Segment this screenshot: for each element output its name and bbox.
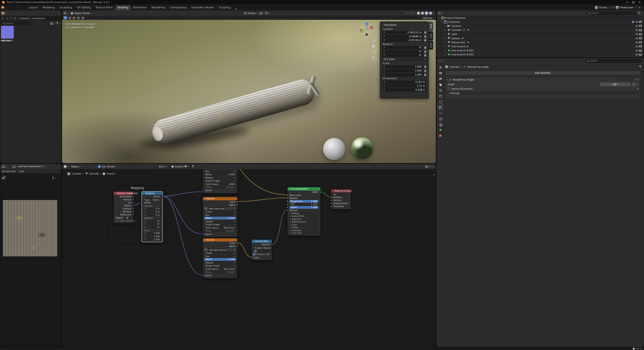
display-mode-thumbnails-button[interactable] <box>50 22 53 25</box>
modifier-name[interactable]: Smooth by Angle <box>453 78 474 81</box>
lock-icon[interactable] <box>424 51 426 53</box>
alpha-slider[interactable]: Alpha1.000 <box>290 206 318 208</box>
lock-icon[interactable] <box>424 36 426 38</box>
refresh-button[interactable]: ↻ <box>13 17 16 20</box>
node-header[interactable]: ▾ Normal Map <box>252 240 272 243</box>
dimensions-field[interactable]: X0.267 m <box>382 80 426 84</box>
outliner-item-label[interactable]: tree-branch-9.002 <box>451 53 474 56</box>
disable-render-icon[interactable] <box>639 37 642 39</box>
disable-render-icon[interactable] <box>639 46 642 48</box>
hide-viewport-icon[interactable] <box>636 54 638 56</box>
source-dropdown[interactable]: Single Image▾ <box>204 264 236 267</box>
unlink-material-button[interactable]: × <box>188 164 190 168</box>
properties-tab[interactable] <box>437 82 444 87</box>
location-field[interactable]: Y0.56696 m <box>382 35 423 38</box>
rotation-value-field[interactable]: X0° <box>143 220 161 222</box>
collapsed-panel-row[interactable]: ▸ Specular <box>289 218 319 220</box>
disclosure-icon[interactable]: ▾ <box>438 17 440 19</box>
pin-icon[interactable] <box>639 65 641 68</box>
browse-image-icon[interactable] <box>12 165 16 168</box>
unlink-image-button[interactable]: × <box>233 248 236 251</box>
socket-icon[interactable] <box>330 200 332 201</box>
panel-collapse-icon[interactable]: ▾ <box>382 24 383 26</box>
forward-button[interactable]: → <box>5 17 9 20</box>
disable-render-icon[interactable] <box>639 41 642 43</box>
collapsed-panel-row[interactable]: ▸ Sheen <box>289 226 319 229</box>
disable-render-icon[interactable] <box>639 54 642 56</box>
disable-render-icon[interactable] <box>639 33 642 35</box>
view-layer-selector[interactable]: ViewLayer <box>620 6 634 9</box>
outliner-row[interactable]: ▾ Scene Collection <box>436 16 644 20</box>
projection-dropdown[interactable]: Box▾ <box>204 214 236 216</box>
workspace-tab[interactable]: Scripting <box>216 5 233 10</box>
image-name-field[interactable]: oak-bark-norma... <box>208 248 226 251</box>
location-value-field[interactable]: Y0 m <box>143 210 161 213</box>
rotation-field[interactable]: Z0° <box>382 54 423 57</box>
file-browser-type-icon[interactable] <box>1 12 4 14</box>
file-thumbnail[interactable]: oak-bark-... <box>0 26 14 42</box>
workspace-tab[interactable]: Geometry Nodes <box>189 5 216 10</box>
maximize-button[interactable] <box>632 1 634 3</box>
transform-orientation-dropdown[interactable]: Global ▾ <box>242 11 259 15</box>
source-dropdown[interactable]: Single Image▾ <box>204 180 236 182</box>
node-canvas[interactable]: Cylinder ▸ Cylinder ▸ branch ◂ Mapping <box>62 169 436 347</box>
image-texture-normal-node[interactable]: ▾ Normal Color Alpha oak-bark-norma... × <box>203 238 238 278</box>
sidebar-tab[interactable]: View <box>429 40 433 50</box>
socket-icon[interactable] <box>330 202 332 204</box>
rotation-field[interactable]: Y0° <box>382 50 423 53</box>
outliner-search-input[interactable]: Search <box>586 11 637 15</box>
snap-chevron[interactable]: ▾ <box>263 12 264 14</box>
select-lasso-tool[interactable] <box>76 16 80 20</box>
minimize-button[interactable] <box>626 2 628 2</box>
snap-icon[interactable] <box>260 12 262 14</box>
disclosure-icon[interactable]: ▸ <box>444 33 446 35</box>
rotation-value-field[interactable]: Z0° <box>143 226 161 229</box>
hide-viewport-icon[interactable] <box>636 46 638 47</box>
breadcrumb-modifier[interactable]: Smooth by Angle <box>468 65 489 68</box>
lock-icon[interactable] <box>424 47 426 49</box>
image-name[interactable]: oak-bark-basecolor2 <box>18 165 42 168</box>
blender-menu-icon[interactable] <box>1 6 4 9</box>
select-tweak-tool[interactable] <box>68 16 72 20</box>
socket-icon[interactable] <box>286 200 288 202</box>
file-search-input[interactable]: Search <box>1 22 30 25</box>
disclosure-icon[interactable]: ▸ <box>444 46 446 48</box>
collection-checkbox[interactable] <box>632 21 634 23</box>
material-datablock-field[interactable]: branch × <box>170 164 191 168</box>
workspace-tab[interactable]: Modeling <box>40 5 57 10</box>
proportional-chevron[interactable]: ▾ <box>269 12 270 14</box>
angle-field[interactable]: 60° <box>600 82 631 86</box>
workspace-tab[interactable]: UV Editing <box>74 5 93 10</box>
parent-dir-button[interactable]: ↑ <box>10 17 13 20</box>
location-value-field[interactable]: X0 m <box>143 208 161 210</box>
move-view-icon[interactable] <box>372 45 375 48</box>
workspace-tab[interactable]: Animation <box>131 5 149 10</box>
realtime-toggle[interactable] <box>627 78 630 81</box>
new-scene-button[interactable] <box>608 6 611 9</box>
location-field[interactable]: X0.065121 m <box>382 31 423 34</box>
properties-tab[interactable] <box>437 110 444 116</box>
outliner-row[interactable]: ▸ tree-branch-9.001 <box>436 48 644 52</box>
socket-icon[interactable] <box>141 202 142 204</box>
workspace-tab[interactable]: Compositing <box>168 5 189 10</box>
lock-icon[interactable] <box>424 54 426 56</box>
location-field[interactable]: Z-0.05134 m <box>382 38 423 42</box>
navigation-gizmo[interactable]: X Y Z <box>359 21 375 37</box>
workspace-tab[interactable]: Texture Paint <box>93 5 115 10</box>
sidebar-collapse-icon[interactable]: ◂ <box>433 173 434 176</box>
outliner-row[interactable]: ▸ Cylinder <box>436 28 644 32</box>
unlink-image-button[interactable]: × <box>233 207 236 210</box>
hide-viewport-icon[interactable] <box>636 42 638 43</box>
ior-slider[interactable]: IOR1.500 <box>290 203 318 206</box>
roughness-slider[interactable]: Roughness1.000 <box>290 200 318 202</box>
proportional-editing-icon[interactable] <box>265 12 268 14</box>
select-box-tool[interactable] <box>64 16 67 20</box>
ignore-sharpness-checkbox[interactable] <box>448 87 450 90</box>
properties-tab[interactable] <box>437 70 444 76</box>
texture-coordinate-node[interactable]: ▾ Texture Coordinate Generated Normal UV… <box>114 191 134 224</box>
disclosure-icon[interactable]: ▸ <box>444 41 446 43</box>
sidebar-tab[interactable]: Item <box>429 22 433 31</box>
properties-tab[interactable] <box>437 128 444 133</box>
scale-field[interactable]: Y1.000 <box>382 69 423 72</box>
mapping-node[interactable]: ▾ Mapping Vector Type: Point ▾ Vector Lo… <box>142 191 163 242</box>
